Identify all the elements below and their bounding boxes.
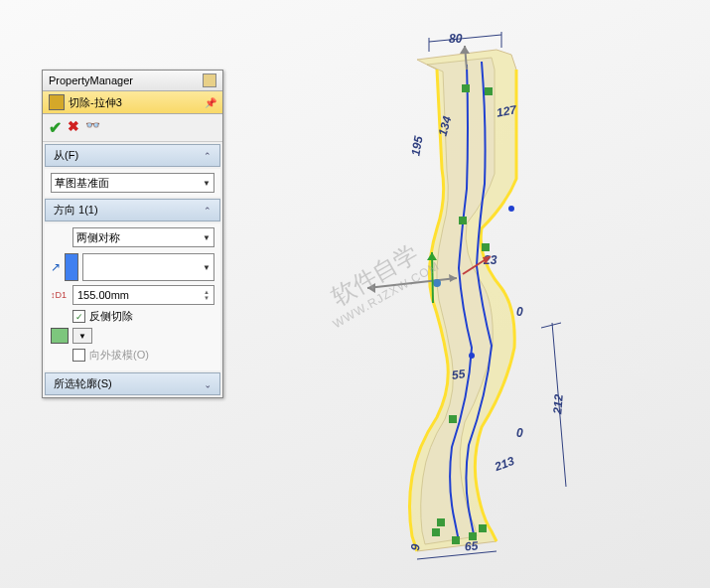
from-section-body: 草图基准面 ▼ — [45, 169, 220, 197]
action-bar: ✔ ✖ 👓 — [43, 114, 222, 142]
draft-outward-checkbox[interactable] — [72, 349, 85, 362]
detailed-preview-button[interactable]: 👓 — [85, 118, 100, 137]
svg-rect-9 — [432, 528, 440, 536]
direction1-section-body: 两侧对称 ▼ ↗ ▼ ↕D1 155.00mm ▲▼ ✓ 反侧切除 ▼ — [45, 223, 220, 370]
svg-rect-1 — [485, 87, 493, 95]
pin-icon[interactable]: 📌 — [205, 97, 216, 108]
from-label: 从(F) — [54, 148, 78, 163]
property-manager-panel: PropertyManager 切除-拉伸3 📌 ✔ ✖ 👓 从(F) ⌃ 草图… — [42, 70, 223, 398]
from-section-header[interactable]: 从(F) ⌃ — [45, 144, 220, 167]
panel-title: PropertyManager — [49, 74, 133, 86]
contours-section-header[interactable]: 所选轮廓(S) ⌃ — [45, 372, 220, 395]
flip-side-checkbox[interactable]: ✓ — [72, 310, 85, 323]
direction-color-swatch — [65, 253, 78, 281]
svg-rect-8 — [479, 524, 487, 532]
depth-spinner[interactable]: ▲▼ — [204, 289, 210, 301]
reverse-direction-icon[interactable]: ↗ — [51, 260, 61, 274]
direction1-section-header[interactable]: 方向 1(1) ⌃ — [45, 199, 220, 221]
svg-rect-3 — [482, 243, 490, 251]
flip-side-label: 反侧切除 — [89, 309, 133, 324]
draft-dropdown[interactable]: ▼ — [72, 328, 92, 344]
dropdown-arrow-icon: ▼ — [203, 179, 211, 188]
svg-rect-5 — [437, 518, 445, 526]
svg-rect-4 — [449, 415, 457, 423]
direction-vector-field[interactable]: ▼ — [82, 253, 214, 281]
depth-input[interactable]: 155.00mm ▲▼ — [72, 285, 214, 305]
dim-212[interactable]: 212 — [550, 393, 566, 414]
panel-header-icon[interactable] — [203, 74, 216, 87]
dropdown-arrow-icon: ▼ — [203, 263, 211, 272]
cancel-button[interactable]: ✖ — [68, 118, 79, 137]
panel-header: PropertyManager — [43, 71, 222, 91]
contours-label: 所选轮廓(S) — [54, 376, 112, 391]
model-3d[interactable] — [377, 30, 576, 566]
dropdown-arrow-icon: ▼ — [203, 233, 211, 242]
svg-point-10 — [508, 206, 514, 212]
depth-value: 155.00mm — [77, 289, 129, 301]
from-value: 草图基准面 — [55, 176, 109, 191]
chevron-down-icon: ⌃ — [204, 379, 212, 389]
feature-title-bar: 切除-拉伸3 📌 — [43, 91, 222, 114]
depth-icon: ↕D1 — [51, 288, 69, 302]
from-dropdown[interactable]: 草图基准面 ▼ — [51, 173, 214, 193]
dim-55[interactable]: 55 — [451, 367, 466, 382]
ok-button[interactable]: ✔ — [49, 118, 62, 137]
dim-0b[interactable]: 0 — [516, 305, 523, 319]
end-condition-dropdown[interactable]: 两侧对称 ▼ — [72, 227, 214, 247]
dim-80[interactable]: 80 — [449, 32, 462, 46]
cut-extrude-icon — [49, 94, 65, 110]
svg-rect-2 — [459, 217, 467, 224]
draft-icon[interactable] — [51, 328, 69, 344]
dim-0a[interactable]: 0 — [516, 426, 523, 440]
feature-name: 切除-拉伸3 — [69, 95, 122, 110]
svg-point-11 — [469, 353, 475, 359]
draft-outward-label: 向外拔模(O) — [89, 348, 149, 363]
chevron-icon: ⌃ — [204, 151, 212, 161]
svg-rect-0 — [462, 84, 470, 92]
dim-65[interactable]: 65 — [464, 538, 479, 553]
dim-9[interactable]: 9 — [408, 543, 423, 551]
chevron-icon: ⌃ — [204, 206, 212, 216]
svg-rect-6 — [452, 536, 460, 544]
end-condition-value: 两侧对称 — [76, 230, 120, 245]
direction1-label: 方向 1(1) — [54, 203, 98, 218]
dim-23[interactable]: 23 — [484, 253, 497, 267]
